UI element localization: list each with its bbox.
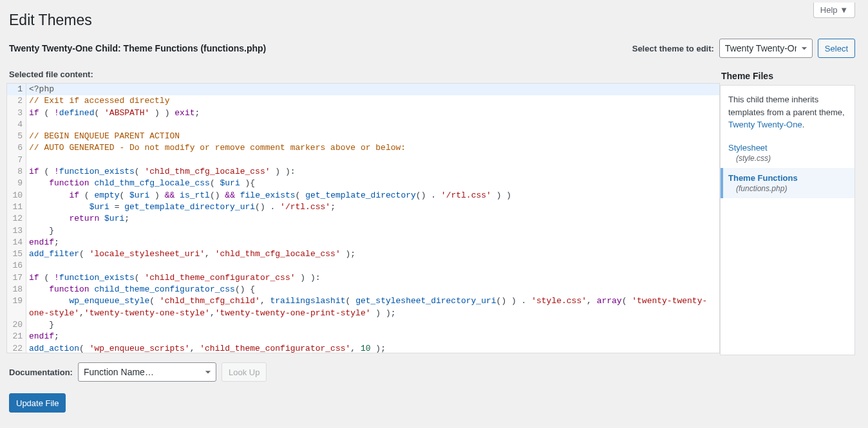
code-editor[interactable]: 1<?php2// Exit if accessed directly3if (…	[6, 83, 720, 353]
code-line[interactable]: 15add_filter( 'locale_stylesheet_uri', '…	[7, 248, 719, 260]
theme-file-item[interactable]: Stylesheet(style.css)	[721, 138, 854, 168]
line-number: 10	[7, 190, 26, 201]
selected-file-label: Selected file content:	[9, 70, 720, 79]
line-number: 11	[7, 201, 26, 213]
code-content[interactable]: }	[26, 225, 719, 237]
theme-file-sub: (functions.php)	[728, 184, 847, 193]
code-content[interactable]: wp_enqueue_style( 'chld_thm_cfg_child', …	[26, 295, 719, 319]
line-number: 1	[7, 84, 26, 95]
code-line[interactable]: 10 if ( empty( $uri ) && is_rtl() && fil…	[7, 190, 719, 201]
code-line[interactable]: 7	[7, 154, 719, 166]
theme-file-link[interactable]: Stylesheet	[728, 143, 768, 153]
line-number: 19	[7, 295, 26, 319]
code-line[interactable]: 2// Exit if accessed directly	[7, 95, 719, 107]
theme-file-link[interactable]: Theme Functions	[728, 173, 798, 183]
code-line[interactable]: 16	[7, 260, 719, 272]
lookup-button: Look Up	[222, 362, 267, 382]
code-content[interactable]: function child_theme_configurator_css() …	[26, 284, 719, 295]
code-line[interactable]: 11 $uri = get_template_directory_uri() .…	[7, 201, 719, 213]
code-content[interactable]: // AUTO GENERATED - Do not modify or rem…	[26, 142, 719, 154]
theme-file-sub: (style.css)	[728, 154, 847, 163]
code-line[interactable]: 19 wp_enqueue_style( 'chld_thm_cfg_child…	[7, 295, 719, 319]
code-content[interactable]: if ( !function_exists( 'chld_thm_cfg_loc…	[26, 166, 719, 178]
code-line[interactable]: 8if ( !function_exists( 'chld_thm_cfg_lo…	[7, 166, 719, 178]
code-line[interactable]: 21endif;	[7, 331, 719, 342]
select-theme-label: Select theme to edit:	[632, 44, 714, 53]
theme-file-item[interactable]: Theme Functions(functions.php)	[721, 168, 854, 198]
line-number: 17	[7, 272, 26, 284]
code-line[interactable]: 18 function child_theme_configurator_css…	[7, 284, 719, 295]
code-content[interactable]: // Exit if accessed directly	[26, 95, 719, 107]
code-content[interactable]	[26, 119, 719, 131]
code-content[interactable]: endif;	[26, 331, 719, 342]
line-number: 5	[7, 131, 26, 142]
line-number: 15	[7, 248, 26, 260]
line-number: 16	[7, 260, 26, 272]
code-content[interactable]: <?php	[26, 84, 719, 95]
code-line[interactable]: 1<?php	[7, 84, 719, 95]
line-number: 4	[7, 119, 26, 131]
code-line[interactable]: 9 function chld_thm_cfg_locale_css( $uri…	[7, 178, 719, 189]
documentation-select[interactable]: Function Name…	[78, 362, 216, 382]
line-number: 20	[7, 319, 26, 331]
file-title: Twenty Twenty-One Child: Theme Functions…	[9, 43, 266, 53]
line-number: 6	[7, 142, 26, 154]
theme-files-description: This child theme inherits templates from…	[721, 86, 854, 138]
code-line[interactable]: 12 return $uri;	[7, 213, 719, 225]
code-content[interactable]	[26, 260, 719, 272]
theme-files-panel: This child theme inherits templates from…	[720, 85, 855, 355]
page-title: Edit Themes	[9, 12, 855, 29]
theme-select[interactable]: Twenty Twenty-One Child	[719, 39, 813, 58]
code-content[interactable]: if ( !function_exists( 'child_theme_conf…	[26, 272, 719, 284]
code-line[interactable]: 14endif;	[7, 237, 719, 248]
code-line[interactable]: 6// AUTO GENERATED - Do not modify or re…	[7, 142, 719, 154]
code-content[interactable]: return $uri;	[26, 213, 719, 225]
line-number: 14	[7, 237, 26, 248]
line-number: 18	[7, 284, 26, 295]
line-number: 22	[7, 343, 26, 353]
line-number: 12	[7, 213, 26, 225]
line-number: 3	[7, 107, 26, 119]
code-content[interactable]: function chld_thm_cfg_locale_css( $uri )…	[26, 178, 719, 189]
parent-theme-link[interactable]: Twenty Twenty-One	[728, 120, 802, 129]
code-line[interactable]: 4	[7, 119, 719, 131]
line-number: 7	[7, 154, 26, 166]
select-button[interactable]: Select	[818, 39, 855, 58]
code-content[interactable]	[26, 154, 719, 166]
code-content[interactable]: $uri = get_template_directory_uri() . '/…	[26, 201, 719, 213]
line-number: 13	[7, 225, 26, 237]
code-content[interactable]: if ( !defined( 'ABSPATH' ) ) exit;	[26, 107, 719, 119]
theme-files-title: Theme Files	[721, 71, 855, 81]
code-line[interactable]: 17if ( !function_exists( 'child_theme_co…	[7, 272, 719, 284]
help-button[interactable]: Help ▼	[813, 3, 855, 18]
code-line[interactable]: 22add_action( 'wp_enqueue_scripts', 'chi…	[7, 343, 719, 353]
code-line[interactable]: 3if ( !defined( 'ABSPATH' ) ) exit;	[7, 107, 719, 119]
code-content[interactable]: endif;	[26, 237, 719, 248]
code-content[interactable]: if ( empty( $uri ) && is_rtl() && file_e…	[26, 190, 719, 201]
code-content[interactable]: add_filter( 'locale_stylesheet_uri', 'ch…	[26, 248, 719, 260]
code-line[interactable]: 13 }	[7, 225, 719, 237]
code-line[interactable]: 20 }	[7, 319, 719, 331]
documentation-label: Documentation:	[9, 368, 73, 377]
line-number: 9	[7, 178, 26, 189]
line-number: 21	[7, 331, 26, 342]
code-line[interactable]: 5// BEGIN ENQUEUE PARENT ACTION	[7, 131, 719, 142]
code-content[interactable]: // BEGIN ENQUEUE PARENT ACTION	[26, 131, 719, 142]
line-number: 2	[7, 95, 26, 107]
code-content[interactable]: add_action( 'wp_enqueue_scripts', 'child…	[26, 343, 719, 353]
update-file-button[interactable]: Update File	[9, 393, 66, 413]
line-number: 8	[7, 166, 26, 178]
code-content[interactable]: }	[26, 319, 719, 331]
